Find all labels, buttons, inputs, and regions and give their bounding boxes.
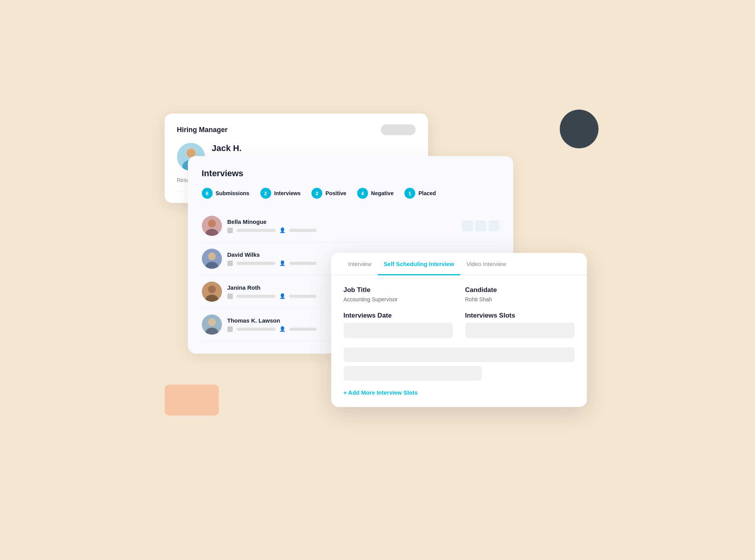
interviews-date-label: Interviews Date: [344, 312, 453, 320]
slots-section: [344, 347, 574, 381]
stat-badge-interviews: 2: [260, 188, 271, 199]
candidate-meta: 👤: [227, 227, 457, 233]
skeleton: [237, 262, 275, 265]
skeleton: [289, 295, 316, 298]
add-more-link[interactable]: + Add More Interview Slots: [344, 389, 418, 396]
person-icon: 👤: [279, 293, 285, 299]
stat-label-submissions: Submissions: [216, 190, 249, 196]
job-title-label: Job Title: [344, 286, 453, 294]
stat-positive: 2 Positive: [311, 188, 346, 199]
slot-row[interactable]: [344, 366, 482, 381]
person-icon: 👤: [279, 326, 285, 332]
candidate-value: Rohit Shah: [465, 296, 574, 302]
date-skeleton[interactable]: [344, 323, 453, 338]
stat-submissions: 6 Submissions: [202, 188, 249, 199]
svg-point-8: [208, 253, 216, 260]
stat-label-placed: Placed: [418, 190, 436, 196]
interviews-title: Interviews: [202, 168, 499, 179]
skeleton: [237, 328, 275, 331]
hiring-manager-title: Hiring Manager: [177, 126, 228, 134]
avatar: [202, 216, 222, 236]
stat-label-negative: Negative: [371, 190, 394, 196]
stat-badge-submissions: 6: [202, 188, 213, 199]
briefcase-icon: [227, 294, 233, 299]
table-row[interactable]: Bella Minogue 👤: [202, 210, 499, 242]
scheduling-body: Job Title Accounting Supervisor Candidat…: [331, 275, 587, 407]
candidate-field: Candidate Rohit Shah: [465, 286, 574, 302]
form-grid: Job Title Accounting Supervisor Candidat…: [344, 286, 574, 338]
slot-row[interactable]: [344, 347, 574, 362]
skeleton: [289, 328, 316, 331]
avatar: [202, 249, 222, 269]
scheduling-card: Interview Self Scheduling Interview Vide…: [331, 253, 587, 407]
candidate-label: Candidate: [465, 286, 574, 294]
slots-skeleton[interactable]: [465, 323, 574, 338]
stat-label-interviews: Interviews: [274, 190, 301, 196]
tab-interview-sched[interactable]: Interview: [342, 253, 378, 275]
hiring-manager-badge: [381, 124, 416, 135]
interviews-date-field: Interviews Date: [344, 312, 453, 338]
stat-label-positive: Positive: [325, 190, 346, 196]
decorative-circle: [560, 110, 598, 148]
job-title-value: Accounting Supervisor: [344, 296, 453, 302]
decorative-blob: [165, 385, 219, 416]
interviews-slots-label: Interviews Slots: [465, 312, 574, 320]
stats-row: 6 Submissions 2 Interviews 2 Positive 4 …: [202, 188, 499, 199]
avatar: [202, 282, 222, 302]
hiring-manager-name: Jack H.: [212, 143, 297, 153]
person-icon: 👤: [279, 227, 285, 233]
stat-badge-positive: 2: [311, 188, 322, 199]
skeleton: [237, 295, 275, 298]
skeleton: [289, 262, 316, 265]
briefcase-icon: [227, 261, 233, 266]
action-button[interactable]: [475, 220, 486, 231]
briefcase-icon: [227, 326, 233, 332]
stat-badge-placed: 1: [404, 188, 415, 199]
scheduling-tabs: Interview Self Scheduling Interview Vide…: [331, 253, 587, 275]
avatar: [202, 314, 222, 335]
row-actions: [462, 220, 499, 231]
skeleton: [289, 229, 316, 232]
stat-badge-negative: 4: [357, 188, 368, 199]
stat-interviews: 2 Interviews: [260, 188, 301, 199]
svg-point-11: [208, 285, 216, 293]
briefcase-icon: [227, 228, 233, 233]
stat-negative: 4 Negative: [357, 188, 394, 199]
svg-point-5: [208, 220, 216, 227]
tab-self-scheduling[interactable]: Self Scheduling Interview: [378, 253, 461, 275]
tab-video-interview[interactable]: Video Interview: [460, 253, 512, 275]
person-icon: 👤: [279, 260, 285, 266]
job-title-field: Job Title Accounting Supervisor: [344, 286, 453, 302]
stat-placed: 1 Placed: [404, 188, 436, 199]
action-button[interactable]: [488, 220, 499, 231]
svg-point-14: [208, 318, 216, 326]
action-button[interactable]: [462, 220, 473, 231]
candidate-name: Bella Minogue: [227, 218, 457, 225]
interviews-slots-field: Interviews Slots: [465, 312, 574, 338]
candidate-info: Bella Minogue 👤: [227, 218, 457, 233]
skeleton: [237, 229, 275, 232]
